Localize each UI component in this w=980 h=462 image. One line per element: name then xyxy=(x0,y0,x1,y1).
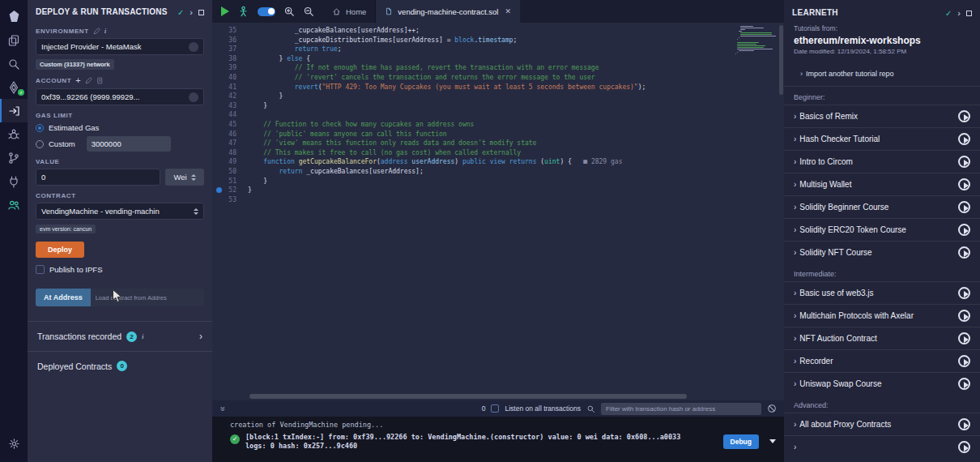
tutorial-item[interactable]: ›Intro to Circom xyxy=(784,150,980,173)
deployed-contracts-row[interactable]: Deployed Contracts 0 xyxy=(28,352,212,380)
play-icon[interactable] xyxy=(958,133,970,145)
publish-ipfs-checkbox[interactable] xyxy=(36,265,45,274)
minimap[interactable] xyxy=(735,23,784,400)
delegate-icon[interactable] xyxy=(96,77,104,84)
code-line[interactable]: revert("HTTP 429: Too Many Cupcakes (you… xyxy=(248,83,735,92)
solidity-compiler-icon[interactable]: ✓ xyxy=(0,75,28,99)
play-icon[interactable] xyxy=(958,201,970,213)
line-number[interactable]: 40 xyxy=(212,73,248,83)
tutorial-item[interactable]: ›NFT Auction Contract xyxy=(784,327,980,349)
play-icon[interactable] xyxy=(958,156,970,168)
code-line[interactable] xyxy=(248,110,735,120)
play-icon[interactable] xyxy=(958,287,970,299)
tutorial-item[interactable]: ›Recorder xyxy=(784,349,980,372)
play-icon[interactable] xyxy=(958,110,970,122)
close-tab-icon[interactable]: ✕ xyxy=(505,7,511,15)
code-line[interactable]: function getCupcakeBalanceFor(address us… xyxy=(248,157,735,167)
tab-home[interactable]: Home xyxy=(323,0,376,23)
code-editor[interactable]: 35363738394041424344454647484950515253 _… xyxy=(212,23,784,400)
deploy-run-icon[interactable] xyxy=(0,99,28,122)
environment-select[interactable]: Injected Provider - MetaMask xyxy=(36,38,204,55)
line-number[interactable]: 51 xyxy=(212,177,248,186)
breakpoint-dot[interactable] xyxy=(216,187,222,193)
code-line[interactable]: // If not enough time has passed, revert… xyxy=(248,63,735,73)
copy-account-icon[interactable] xyxy=(189,92,198,102)
tutorial-item[interactable]: › xyxy=(784,435,980,458)
tutorial-item[interactable]: ›Multisig Wallet xyxy=(784,173,980,195)
line-number[interactable]: 41 xyxy=(212,83,248,92)
tutorial-item[interactable]: ›Solidity NFT Course xyxy=(784,241,980,263)
collapse-tx-icon[interactable] xyxy=(769,439,776,443)
line-number[interactable]: 37 xyxy=(212,45,248,54)
edit-environment-icon[interactable] xyxy=(93,28,100,35)
learneth-pin-icon[interactable] xyxy=(966,11,972,16)
tutorial-item[interactable]: ›Basics of Remix xyxy=(784,105,980,127)
environment-options-icon[interactable] xyxy=(189,42,198,52)
tutorial-item[interactable]: ›Basic use of web3.js xyxy=(784,281,980,304)
add-account-icon[interactable]: + xyxy=(75,76,81,85)
play-icon[interactable] xyxy=(958,224,970,236)
code-line[interactable]: } xyxy=(248,177,735,186)
zoom-in-icon[interactable] xyxy=(283,6,295,17)
zoom-out-icon[interactable] xyxy=(303,6,314,17)
debug-button[interactable]: Debug xyxy=(723,434,759,449)
transactions-recorded-row[interactable]: Transactions recorded 2 i › xyxy=(28,322,212,351)
value-input[interactable] xyxy=(36,169,160,186)
terminal[interactable]: creation of VendingMachine pending... ✓ … xyxy=(212,417,784,462)
play-icon[interactable] xyxy=(958,418,970,430)
at-address-button[interactable]: At Address xyxy=(36,289,91,306)
git-icon[interactable] xyxy=(0,146,28,169)
line-number[interactable]: 39 xyxy=(212,63,248,73)
code-line[interactable]: } xyxy=(248,186,735,195)
line-number[interactable]: 50 xyxy=(212,167,248,177)
line-number[interactable]: 43 xyxy=(212,101,248,111)
expand-transactions-icon[interactable]: › xyxy=(199,331,202,342)
learneth-collapse-icon[interactable]: › xyxy=(957,9,961,18)
block-listen-icon[interactable] xyxy=(767,404,777,413)
tutorial-item[interactable]: ›All about Proxy Contracts xyxy=(784,413,980,435)
play-icon[interactable] xyxy=(958,246,970,259)
tutorial-item[interactable]: ›Solidity Beginner Course xyxy=(784,195,980,218)
custom-gas-input[interactable] xyxy=(87,136,171,152)
line-number[interactable]: 44 xyxy=(212,110,248,120)
code-line[interactable]: } xyxy=(248,92,735,101)
debugger-icon[interactable] xyxy=(0,122,28,146)
line-number[interactable]: 52 xyxy=(212,186,248,195)
custom-gas-option[interactable]: Custom xyxy=(36,136,204,152)
search-icon[interactable] xyxy=(0,52,28,75)
code-line[interactable]: _cupcakeBalances[userAddress]++; xyxy=(248,26,735,36)
collapse-panel-icon[interactable]: › xyxy=(190,8,193,17)
code-line[interactable]: // 'revert' cancels the transaction and … xyxy=(248,73,735,83)
code-line[interactable]: return true; xyxy=(248,45,735,54)
code-line[interactable]: } xyxy=(248,101,735,111)
line-number[interactable]: 49 xyxy=(212,157,248,167)
line-number[interactable]: 35 xyxy=(212,26,248,36)
transactions-info-icon[interactable]: i xyxy=(142,332,144,340)
code-line[interactable]: // 'public' means anyone can call this f… xyxy=(248,130,735,139)
play-icon[interactable] xyxy=(958,310,970,322)
environment-info-icon[interactable]: i xyxy=(104,27,107,35)
line-number[interactable]: 38 xyxy=(212,54,248,64)
account-select[interactable]: 0xf39...92266 (9999.99929... xyxy=(36,88,204,105)
custom-gas-radio[interactable] xyxy=(36,140,44,148)
line-number[interactable]: 47 xyxy=(212,139,248,148)
line-number[interactable]: 48 xyxy=(212,148,248,158)
at-address-input[interactable] xyxy=(91,294,204,302)
tutorial-item[interactable]: ›Uniswap Swap Course xyxy=(784,372,980,395)
line-number[interactable]: 53 xyxy=(212,195,248,205)
value-unit-select[interactable]: Wei xyxy=(165,169,204,186)
line-number[interactable]: 46 xyxy=(212,130,248,139)
import-repo-link[interactable]: ›Import another tutorial repo xyxy=(784,62,980,87)
estimated-gas-radio[interactable] xyxy=(36,124,44,132)
play-icon[interactable] xyxy=(958,378,970,390)
code-line[interactable]: // This makes it free to call (no gas co… xyxy=(248,148,735,158)
plugin-manager-icon[interactable] xyxy=(0,169,28,193)
code-line[interactable]: } else { xyxy=(248,54,735,64)
pin-panel-icon[interactable] xyxy=(198,10,204,15)
tutorial-item[interactable]: ›Hash Checker Tutorial xyxy=(784,127,980,150)
play-icon[interactable] xyxy=(958,441,970,453)
learneth-plugin-icon[interactable] xyxy=(0,193,28,216)
code-line[interactable]: // Function to check how many cupcakes a… xyxy=(248,120,735,130)
settings-icon[interactable] xyxy=(0,432,28,456)
estimated-gas-option[interactable]: Estimated Gas xyxy=(36,123,204,132)
